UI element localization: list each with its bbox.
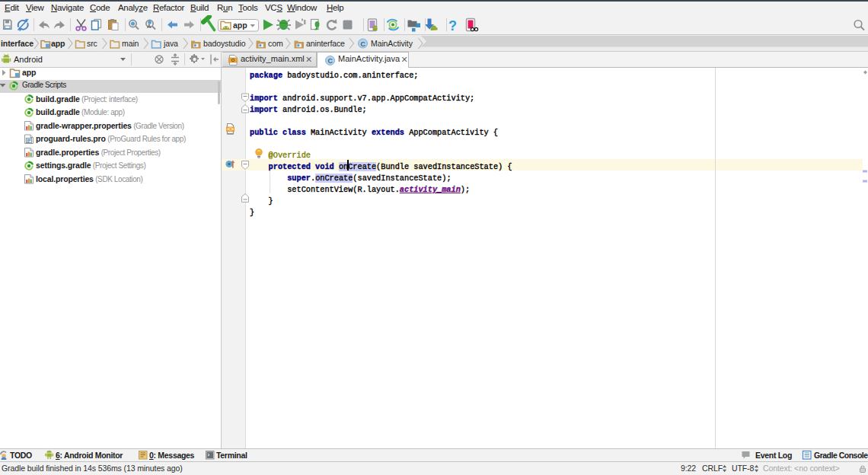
svg-text:app: app <box>233 21 247 30</box>
svg-text:?: ? <box>448 18 457 33</box>
svg-text:Android: Android <box>14 55 43 64</box>
svg-text:C: C <box>327 57 333 65</box>
svg-text:A: A <box>147 23 152 30</box>
svg-text:C: C <box>360 40 365 48</box>
svg-text:<>: <> <box>227 126 235 132</box>
